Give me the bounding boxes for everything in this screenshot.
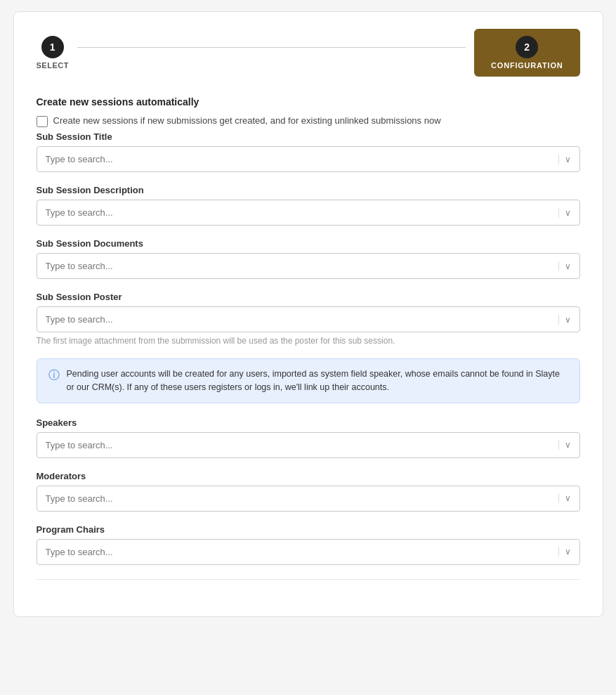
moderators-dropdown[interactable]: ∨ (37, 486, 580, 512)
step-header: 1 SELECT 2 CONFIGURATION (37, 29, 580, 77)
sub-session-poster-group: Sub Session Poster ∨ The first image att… (37, 292, 580, 346)
main-card: 1 SELECT 2 CONFIGURATION Create new sess… (13, 11, 603, 617)
chevron-down-icon: ∨ (558, 315, 571, 325)
sub-session-documents-group: Sub Session Documents ∨ (37, 238, 580, 279)
sub-session-poster-hint: The first image attachment from the subm… (37, 336, 580, 346)
chevron-down-icon: ∨ (558, 261, 571, 271)
sub-session-description-group: Sub Session Description ∨ (37, 185, 580, 226)
sub-session-title-group: Sub Session Title ∨ (37, 131, 580, 172)
create-sessions-row: Create new sessions if new submissions g… (37, 115, 580, 127)
speakers-group: Speakers ∨ (37, 417, 580, 458)
bottom-divider (37, 579, 580, 580)
sub-session-description-input[interactable] (46, 207, 553, 218)
chevron-down-icon: ∨ (558, 493, 571, 503)
chevron-down-icon: ∨ (558, 155, 571, 164)
speakers-label: Speakers (37, 417, 580, 428)
program-chairs-input[interactable] (46, 547, 553, 557)
step-2-label: CONFIGURATION (491, 61, 563, 70)
step-2-circle: 2 (516, 36, 538, 58)
step-configuration-box: 2 CONFIGURATION (474, 29, 579, 77)
sub-session-documents-input[interactable] (46, 261, 553, 271)
speakers-dropdown[interactable]: ∨ (37, 432, 580, 458)
sub-session-documents-dropdown[interactable]: ∨ (37, 253, 580, 279)
step-connector (77, 47, 466, 48)
create-sessions-checkbox[interactable] (37, 116, 48, 127)
moderators-group: Moderators ∨ (37, 471, 580, 512)
step-1-label: SELECT (37, 61, 69, 70)
info-icon: ⓘ (48, 368, 60, 383)
sub-session-poster-label: Sub Session Poster (37, 292, 580, 302)
sub-session-poster-input[interactable] (46, 314, 553, 325)
speakers-input[interactable] (46, 440, 553, 450)
program-chairs-dropdown[interactable]: ∨ (37, 539, 580, 565)
chevron-down-icon: ∨ (558, 208, 571, 218)
sub-session-description-dropdown[interactable]: ∨ (37, 200, 580, 226)
chevron-down-icon: ∨ (558, 440, 571, 450)
program-chairs-group: Program Chairs ∨ (37, 524, 580, 565)
sub-session-title-dropdown[interactable]: ∨ (37, 146, 580, 172)
step-select: 1 SELECT (37, 36, 69, 70)
sub-session-description-label: Sub Session Description (37, 185, 580, 195)
chevron-down-icon: ∨ (558, 547, 571, 557)
create-sessions-section: Create new sessions automatically Create… (37, 96, 580, 127)
info-message: Pending user accounts will be created fo… (67, 368, 568, 394)
sub-session-title-label: Sub Session Title (37, 131, 580, 142)
create-sessions-title: Create new sessions automatically (37, 96, 580, 108)
sub-session-documents-label: Sub Session Documents (37, 238, 580, 249)
step-1-circle: 1 (41, 36, 64, 58)
moderators-input[interactable] (46, 493, 553, 504)
sub-session-poster-dropdown[interactable]: ∨ (37, 306, 580, 332)
info-box: ⓘ Pending user accounts will be created … (37, 358, 580, 403)
program-chairs-label: Program Chairs (37, 524, 580, 535)
sub-session-title-input[interactable] (46, 154, 553, 164)
create-sessions-description: Create new sessions if new submissions g… (53, 115, 441, 127)
moderators-label: Moderators (37, 471, 580, 481)
